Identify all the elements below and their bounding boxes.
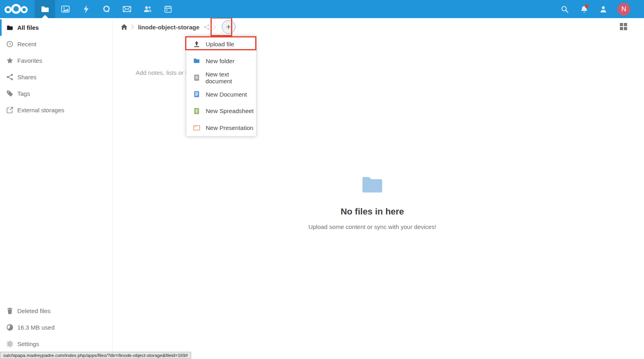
clock-icon: [6, 41, 14, 47]
new-file-button[interactable]: +: [222, 20, 235, 34]
new-file-menu: Upload file New folder New text document…: [186, 35, 256, 136]
menu-item-new-spreadsheet[interactable]: New Spreadsheet: [186, 103, 256, 120]
nextcloud-logo-icon: [4, 3, 29, 16]
menu-item-new-presentation[interactable]: New Presentation: [186, 120, 256, 136]
app-mail[interactable]: [117, 0, 137, 18]
upload-icon: [193, 41, 200, 47]
browser-status-bar: salchipapa.madreypadre.com/index.php/app…: [0, 352, 191, 359]
sidebar-item-label: Tags: [17, 90, 30, 97]
empty-state-title: No files in here: [113, 206, 632, 217]
sidebar-item-label: External storages: [17, 107, 64, 113]
talk-bubble-icon: [103, 5, 111, 13]
sidebar-item-favorites[interactable]: Favorites: [0, 52, 112, 69]
sidebar-item-shares[interactable]: Shares: [0, 69, 112, 85]
magnifier-icon: [561, 5, 569, 13]
sidebar-item-settings[interactable]: Settings: [0, 336, 112, 352]
breadcrumb: linode-object-storage +: [121, 20, 235, 34]
sidebar-item-label: 16.3 MB used: [17, 324, 55, 331]
home-breadcrumb-button[interactable]: [121, 24, 128, 30]
notification-unread-dot: [585, 4, 588, 8]
share-icon: [6, 74, 14, 80]
menu-item-label: Upload file: [206, 41, 234, 47]
app-contacts[interactable]: [137, 0, 158, 18]
menu-item-new-document[interactable]: New Document: [186, 86, 256, 103]
top-header-bar: N: [0, 0, 644, 18]
gear-icon: [6, 340, 14, 347]
files-controls-bar: linode-object-storage + Upload file: [113, 18, 644, 36]
grid-view-icon: [620, 23, 623, 26]
envelope-icon: [123, 6, 131, 12]
trash-icon: [6, 307, 14, 314]
chevron-right-icon: [213, 24, 216, 30]
menu-item-label: New Document: [206, 91, 247, 98]
text-file-icon: [193, 74, 200, 81]
sidebar-item-deleted-files[interactable]: Deleted files: [0, 303, 112, 319]
status-bar-url: salchipapa.madreypadre.com/index.php/app…: [3, 353, 188, 358]
person-icon: [599, 5, 607, 13]
breadcrumb-folder-name[interactable]: linode-object-storage: [138, 24, 200, 31]
app-activity[interactable]: [76, 0, 96, 18]
lightning-icon: [83, 5, 89, 13]
people-icon: [143, 6, 152, 12]
app-photos[interactable]: [55, 0, 76, 18]
menu-item-label: New folder: [206, 58, 235, 64]
star-icon: [6, 57, 14, 64]
files-main-area: linode-object-storage + Upload file: [113, 18, 644, 359]
photos-icon: [61, 6, 70, 12]
tag-icon: [6, 90, 14, 97]
app-calendar[interactable]: [158, 0, 178, 18]
app-talk[interactable]: [96, 0, 117, 18]
sidebar-item-recent[interactable]: Recent: [0, 36, 112, 52]
notes-placeholder-text[interactable]: Add notes, lists or lin: [136, 69, 191, 76]
menu-item-label: New Spreadsheet: [206, 107, 254, 114]
grid-view-toggle[interactable]: [620, 23, 627, 30]
spreadsheet-icon: [193, 108, 200, 114]
sidebar-item-all-files[interactable]: All files: [0, 19, 112, 36]
menu-item-new-text-document[interactable]: New text document: [186, 69, 256, 86]
folder-icon: [6, 25, 14, 31]
header-right-controls: N: [559, 3, 644, 16]
menu-item-label: New text document: [206, 71, 256, 85]
sidebar-item-quota[interactable]: 16.3 MB used: [0, 319, 112, 336]
sidebar-item-tags[interactable]: Tags: [0, 85, 112, 102]
sidebar-item-label: Settings: [17, 340, 39, 347]
notifications-button[interactable]: [579, 4, 589, 14]
external-link-icon: [6, 107, 14, 113]
empty-state-subtitle: Upload some content or sync with your de…: [113, 223, 632, 230]
calendar-icon: [164, 5, 172, 13]
nextcloud-logo[interactable]: [3, 0, 29, 18]
files-sidebar: All files Recent Favorites Shares Tags: [0, 18, 113, 359]
folder-icon: [41, 6, 50, 13]
app-files[interactable]: [35, 0, 55, 18]
presentation-icon: [193, 125, 200, 130]
empty-folder-state: No files in here Upload some content or …: [113, 175, 632, 230]
sidebar-item-label: All files: [17, 24, 39, 31]
app-menu: [35, 0, 178, 18]
empty-folder-icon: [361, 175, 384, 194]
folder-blue-icon: [193, 58, 200, 64]
chevron-right-icon: [131, 24, 134, 30]
sidebar-item-label: Favorites: [17, 57, 42, 64]
menu-item-new-folder[interactable]: New folder: [186, 53, 256, 70]
sidebar-item-external-storages[interactable]: External storages: [0, 102, 112, 118]
menu-item-upload-file[interactable]: Upload file: [186, 36, 256, 53]
sidebar-bottom-nav: Deleted files 16.3 MB used Settings: [0, 303, 112, 352]
sidebar-item-label: Shares: [17, 74, 37, 80]
sidebar-item-label: Deleted files: [17, 307, 51, 314]
contacts-menu-button[interactable]: [598, 4, 609, 14]
quota-pie-icon: [6, 324, 14, 331]
home-icon: [121, 24, 128, 30]
sidebar-item-label: Recent: [17, 41, 37, 47]
share-icon[interactable]: [204, 24, 210, 30]
sidebar-nav: All files Recent Favorites Shares Tags: [0, 18, 112, 118]
search-button[interactable]: [559, 4, 570, 14]
document-icon: [193, 91, 200, 97]
menu-item-label: New Presentation: [206, 124, 253, 131]
user-avatar[interactable]: N: [617, 3, 630, 16]
